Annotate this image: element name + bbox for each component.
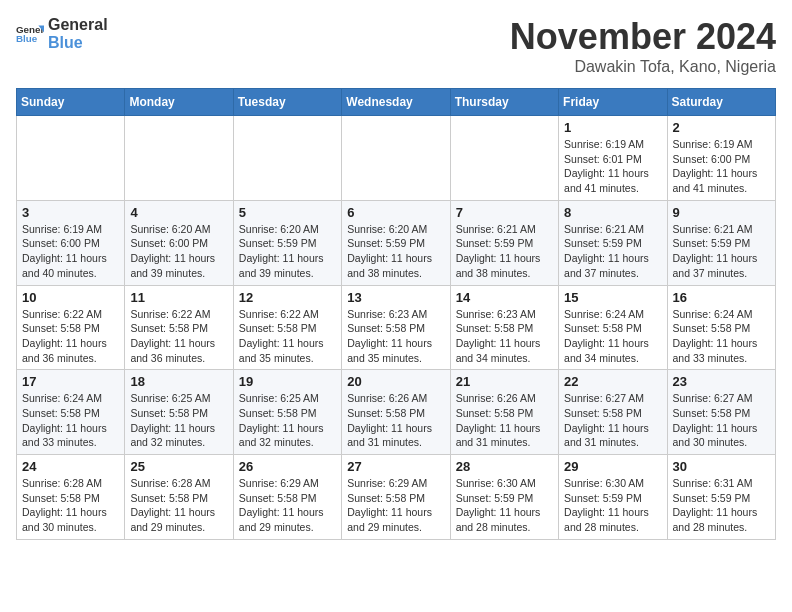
calendar-cell — [450, 116, 558, 201]
day-number: 21 — [456, 374, 553, 389]
weekday-header-thursday: Thursday — [450, 89, 558, 116]
weekday-header-wednesday: Wednesday — [342, 89, 450, 116]
calendar-cell — [233, 116, 341, 201]
day-info: Sunrise: 6:26 AM Sunset: 5:58 PM Dayligh… — [456, 391, 553, 450]
calendar-cell: 16Sunrise: 6:24 AM Sunset: 5:58 PM Dayli… — [667, 285, 775, 370]
calendar-cell: 24Sunrise: 6:28 AM Sunset: 5:58 PM Dayli… — [17, 455, 125, 540]
day-number: 9 — [673, 205, 770, 220]
day-number: 4 — [130, 205, 227, 220]
calendar-cell: 9Sunrise: 6:21 AM Sunset: 5:59 PM Daylig… — [667, 200, 775, 285]
calendar-cell: 23Sunrise: 6:27 AM Sunset: 5:58 PM Dayli… — [667, 370, 775, 455]
logo-line2: Blue — [48, 34, 108, 52]
calendar-cell: 11Sunrise: 6:22 AM Sunset: 5:58 PM Dayli… — [125, 285, 233, 370]
logo-line1: General — [48, 16, 108, 34]
day-number: 16 — [673, 290, 770, 305]
calendar-cell: 27Sunrise: 6:29 AM Sunset: 5:58 PM Dayli… — [342, 455, 450, 540]
day-number: 30 — [673, 459, 770, 474]
calendar-cell: 13Sunrise: 6:23 AM Sunset: 5:58 PM Dayli… — [342, 285, 450, 370]
calendar-cell: 5Sunrise: 6:20 AM Sunset: 5:59 PM Daylig… — [233, 200, 341, 285]
calendar-cell: 17Sunrise: 6:24 AM Sunset: 5:58 PM Dayli… — [17, 370, 125, 455]
calendar-cell: 7Sunrise: 6:21 AM Sunset: 5:59 PM Daylig… — [450, 200, 558, 285]
day-number: 2 — [673, 120, 770, 135]
day-info: Sunrise: 6:27 AM Sunset: 5:58 PM Dayligh… — [564, 391, 661, 450]
day-info: Sunrise: 6:23 AM Sunset: 5:58 PM Dayligh… — [347, 307, 444, 366]
day-info: Sunrise: 6:27 AM Sunset: 5:58 PM Dayligh… — [673, 391, 770, 450]
calendar-body: 1Sunrise: 6:19 AM Sunset: 6:01 PM Daylig… — [17, 116, 776, 540]
calendar-cell: 15Sunrise: 6:24 AM Sunset: 5:58 PM Dayli… — [559, 285, 667, 370]
day-number: 6 — [347, 205, 444, 220]
day-number: 17 — [22, 374, 119, 389]
svg-text:Blue: Blue — [16, 33, 38, 44]
day-info: Sunrise: 6:26 AM Sunset: 5:58 PM Dayligh… — [347, 391, 444, 450]
calendar-cell: 6Sunrise: 6:20 AM Sunset: 5:59 PM Daylig… — [342, 200, 450, 285]
day-info: Sunrise: 6:29 AM Sunset: 5:58 PM Dayligh… — [239, 476, 336, 535]
week-row-5: 24Sunrise: 6:28 AM Sunset: 5:58 PM Dayli… — [17, 455, 776, 540]
day-number: 29 — [564, 459, 661, 474]
title-block: November 2024 Dawakin Tofa, Kano, Nigeri… — [510, 16, 776, 76]
week-row-1: 1Sunrise: 6:19 AM Sunset: 6:01 PM Daylig… — [17, 116, 776, 201]
day-number: 10 — [22, 290, 119, 305]
day-info: Sunrise: 6:25 AM Sunset: 5:58 PM Dayligh… — [130, 391, 227, 450]
calendar-cell: 2Sunrise: 6:19 AM Sunset: 6:00 PM Daylig… — [667, 116, 775, 201]
page-header: General Blue General Blue November 2024 … — [16, 16, 776, 76]
day-number: 12 — [239, 290, 336, 305]
calendar-cell: 18Sunrise: 6:25 AM Sunset: 5:58 PM Dayli… — [125, 370, 233, 455]
calendar-cell: 19Sunrise: 6:25 AM Sunset: 5:58 PM Dayli… — [233, 370, 341, 455]
calendar-cell: 20Sunrise: 6:26 AM Sunset: 5:58 PM Dayli… — [342, 370, 450, 455]
day-info: Sunrise: 6:22 AM Sunset: 5:58 PM Dayligh… — [130, 307, 227, 366]
day-info: Sunrise: 6:19 AM Sunset: 6:00 PM Dayligh… — [22, 222, 119, 281]
day-info: Sunrise: 6:30 AM Sunset: 5:59 PM Dayligh… — [564, 476, 661, 535]
day-info: Sunrise: 6:31 AM Sunset: 5:59 PM Dayligh… — [673, 476, 770, 535]
day-number: 22 — [564, 374, 661, 389]
day-number: 18 — [130, 374, 227, 389]
day-number: 7 — [456, 205, 553, 220]
day-info: Sunrise: 6:23 AM Sunset: 5:58 PM Dayligh… — [456, 307, 553, 366]
day-number: 15 — [564, 290, 661, 305]
calendar-cell: 26Sunrise: 6:29 AM Sunset: 5:58 PM Dayli… — [233, 455, 341, 540]
calendar-cell: 21Sunrise: 6:26 AM Sunset: 5:58 PM Dayli… — [450, 370, 558, 455]
month-title: November 2024 — [510, 16, 776, 58]
day-number: 11 — [130, 290, 227, 305]
calendar-cell: 8Sunrise: 6:21 AM Sunset: 5:59 PM Daylig… — [559, 200, 667, 285]
location: Dawakin Tofa, Kano, Nigeria — [510, 58, 776, 76]
weekday-header-sunday: Sunday — [17, 89, 125, 116]
day-info: Sunrise: 6:20 AM Sunset: 5:59 PM Dayligh… — [347, 222, 444, 281]
calendar-cell: 28Sunrise: 6:30 AM Sunset: 5:59 PM Dayli… — [450, 455, 558, 540]
day-info: Sunrise: 6:22 AM Sunset: 5:58 PM Dayligh… — [22, 307, 119, 366]
day-info: Sunrise: 6:22 AM Sunset: 5:58 PM Dayligh… — [239, 307, 336, 366]
day-info: Sunrise: 6:25 AM Sunset: 5:58 PM Dayligh… — [239, 391, 336, 450]
calendar-cell: 1Sunrise: 6:19 AM Sunset: 6:01 PM Daylig… — [559, 116, 667, 201]
day-info: Sunrise: 6:20 AM Sunset: 6:00 PM Dayligh… — [130, 222, 227, 281]
week-row-3: 10Sunrise: 6:22 AM Sunset: 5:58 PM Dayli… — [17, 285, 776, 370]
day-number: 25 — [130, 459, 227, 474]
day-info: Sunrise: 6:20 AM Sunset: 5:59 PM Dayligh… — [239, 222, 336, 281]
day-number: 5 — [239, 205, 336, 220]
calendar-cell: 30Sunrise: 6:31 AM Sunset: 5:59 PM Dayli… — [667, 455, 775, 540]
day-number: 14 — [456, 290, 553, 305]
day-number: 8 — [564, 205, 661, 220]
day-info: Sunrise: 6:28 AM Sunset: 5:58 PM Dayligh… — [130, 476, 227, 535]
calendar-cell: 3Sunrise: 6:19 AM Sunset: 6:00 PM Daylig… — [17, 200, 125, 285]
day-info: Sunrise: 6:24 AM Sunset: 5:58 PM Dayligh… — [673, 307, 770, 366]
weekday-header-monday: Monday — [125, 89, 233, 116]
day-info: Sunrise: 6:24 AM Sunset: 5:58 PM Dayligh… — [22, 391, 119, 450]
calendar-cell: 10Sunrise: 6:22 AM Sunset: 5:58 PM Dayli… — [17, 285, 125, 370]
logo-icon: General Blue — [16, 20, 44, 48]
day-number: 27 — [347, 459, 444, 474]
day-info: Sunrise: 6:24 AM Sunset: 5:58 PM Dayligh… — [564, 307, 661, 366]
day-number: 28 — [456, 459, 553, 474]
calendar-cell: 25Sunrise: 6:28 AM Sunset: 5:58 PM Dayli… — [125, 455, 233, 540]
calendar-cell: 4Sunrise: 6:20 AM Sunset: 6:00 PM Daylig… — [125, 200, 233, 285]
day-info: Sunrise: 6:30 AM Sunset: 5:59 PM Dayligh… — [456, 476, 553, 535]
day-info: Sunrise: 6:21 AM Sunset: 5:59 PM Dayligh… — [564, 222, 661, 281]
day-number: 3 — [22, 205, 119, 220]
day-info: Sunrise: 6:29 AM Sunset: 5:58 PM Dayligh… — [347, 476, 444, 535]
calendar-table: SundayMondayTuesdayWednesdayThursdayFrid… — [16, 88, 776, 540]
day-info: Sunrise: 6:21 AM Sunset: 5:59 PM Dayligh… — [673, 222, 770, 281]
day-info: Sunrise: 6:19 AM Sunset: 6:00 PM Dayligh… — [673, 137, 770, 196]
day-info: Sunrise: 6:28 AM Sunset: 5:58 PM Dayligh… — [22, 476, 119, 535]
day-number: 13 — [347, 290, 444, 305]
week-row-2: 3Sunrise: 6:19 AM Sunset: 6:00 PM Daylig… — [17, 200, 776, 285]
weekday-header-friday: Friday — [559, 89, 667, 116]
weekday-header-row: SundayMondayTuesdayWednesdayThursdayFrid… — [17, 89, 776, 116]
